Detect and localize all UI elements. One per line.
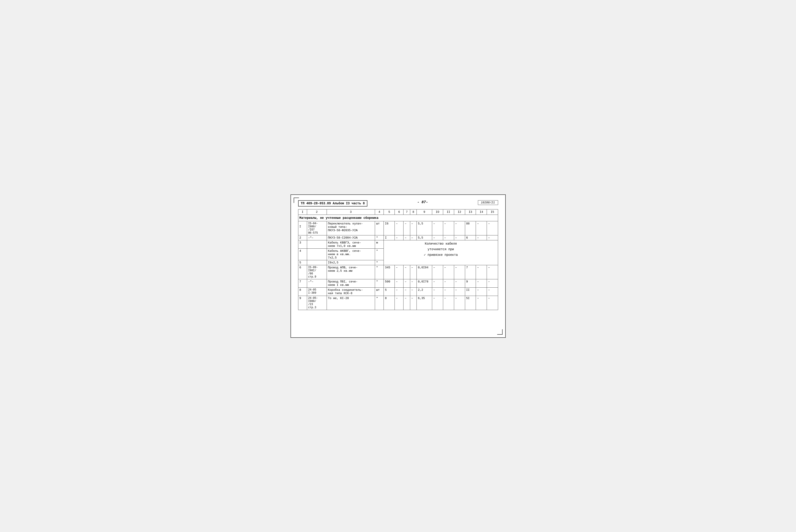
row-col14: –: [476, 235, 487, 240]
row-col14: –: [476, 287, 487, 296]
note-cell: Количество кабеля уточняется при ✓ привя…: [384, 240, 498, 265]
row-col11: –: [443, 221, 454, 235]
col-header-4: 4: [375, 209, 384, 214]
row-col11: –: [443, 279, 454, 287]
row-col12: –: [454, 296, 465, 310]
row-col10: –: [432, 265, 443, 279]
row-desc: То же, КС-20: [327, 296, 375, 310]
row-col10: –: [432, 296, 443, 310]
row-num: 9: [298, 296, 307, 310]
row-ref: I5-09-I98I//86стр.9: [307, 265, 327, 279]
row-col6: –: [395, 279, 404, 287]
row-col7: –: [404, 265, 410, 279]
row-unit: ": [375, 265, 384, 279]
row-ref: –"–: [307, 235, 327, 240]
row-col13: 5I: [465, 296, 476, 310]
row-col10: –: [432, 235, 443, 240]
col-header-3: 3: [327, 209, 375, 214]
row-col6: –: [395, 296, 404, 310]
row-col11: –: [443, 296, 454, 310]
row-col10: –: [432, 279, 443, 287]
row-col15: –: [487, 279, 498, 287]
row-col8: –: [410, 287, 416, 296]
row-ref: I5-04-I980//IO706-575: [307, 221, 327, 235]
row-col13: 7: [465, 265, 476, 279]
row-col12: –: [454, 265, 465, 279]
row-unit: м: [375, 240, 384, 248]
row-desc: Коробка соединитель-ная типа КСК-8: [327, 287, 375, 296]
table-row: 9 24-05-I980//23стр.3 То же, КС-20 " 8 –…: [298, 296, 498, 310]
row-col14: –: [476, 296, 487, 310]
table-row: 6 I5-09-I98I//86стр.9 Провод АПВ, сече-н…: [298, 265, 498, 279]
col-header-6: 6: [395, 209, 404, 214]
row-num: 3: [298, 240, 307, 248]
empty-row: [298, 310, 498, 323]
row-col14: –: [476, 279, 487, 287]
column-headers: I 2 3 4 5 6 7 8 9 IO II I2 I3 I4 I5: [298, 209, 498, 214]
row-col12: –: [454, 287, 465, 296]
row-col8: –: [410, 279, 416, 287]
row-col5: I: [384, 235, 395, 240]
row-col6: –: [395, 287, 404, 296]
table-row: 8 24-05I-389 Коробка соединитель-ная тип…: [298, 287, 498, 296]
row-col9: 5,5: [417, 221, 432, 235]
row-num: 4: [298, 248, 307, 260]
row-num: 2: [298, 235, 307, 240]
row-col11: –: [443, 265, 454, 279]
row-unit: ": [375, 296, 384, 310]
col-header-5: 5: [384, 209, 395, 214]
row-ref: [307, 248, 327, 260]
section-title: Материалы, не учтенные расценками сборни…: [298, 214, 498, 221]
row-desc: Переключатель кулач-ковый типа:ПКУЗ-58-Ф…: [327, 221, 375, 235]
row-col5: 5: [384, 287, 395, 296]
row-unit: шт: [375, 221, 384, 235]
row-col12: –: [454, 235, 465, 240]
col-header-1: I: [298, 209, 307, 214]
row-col6: –: [395, 235, 404, 240]
row-col5: 500: [384, 279, 395, 287]
col-header-2: 2: [307, 209, 327, 214]
row-col15: –: [487, 235, 498, 240]
row-col13: 9: [465, 279, 476, 287]
row-col8: –: [410, 296, 416, 310]
row-col5: 8: [384, 296, 395, 310]
row-col7: –: [404, 287, 410, 296]
row-col7: –: [404, 221, 410, 235]
col-header-9: 9: [417, 209, 432, 214]
row-col15: –: [487, 287, 498, 296]
row-desc: I9х2,5: [327, 260, 375, 265]
row-col9: 2,2: [417, 287, 432, 296]
row-desc: Провод АПВ, сече-нием 2,5 кв.мм: [327, 265, 375, 279]
row-desc: ПКУЗ-58-С2004-У2А: [327, 235, 375, 240]
col-header-11: II: [443, 209, 454, 214]
col-header-7: 7: [404, 209, 410, 214]
row-ref: [307, 260, 327, 265]
table-row: 2 –"– ПКУЗ-58-С2004-У2А " I – – – 5,5 – …: [298, 235, 498, 240]
page: ТП 409-28-053.89 Альбом I3 часть 8 - 87-…: [291, 194, 506, 338]
row-num: 6: [298, 265, 307, 279]
row-col7: –: [404, 279, 410, 287]
row-num: 8: [298, 287, 307, 296]
row-num: 5: [298, 260, 307, 265]
row-unit: ": [375, 279, 384, 287]
row-num: I: [298, 221, 307, 235]
main-table: I 2 3 4 5 6 7 8 9 IO II I2 I3 I4 I5 Мате…: [298, 209, 498, 323]
row-col14: –: [476, 265, 487, 279]
row-ref: 24-05-I980//23стр.3: [307, 296, 327, 310]
row-col6: –: [395, 221, 404, 235]
col-header-13: I3: [465, 209, 476, 214]
row-unit: ": [375, 260, 384, 265]
row-col10: –: [432, 287, 443, 296]
row-col9: 6,35: [417, 296, 432, 310]
row-ref: 24-05I-389: [307, 287, 327, 296]
table-row: 3 Кабель КВВГЭ, сече-нием 7х1,0 кв.мм м …: [298, 240, 498, 248]
row-col7: –: [404, 296, 410, 310]
row-col11: –: [443, 235, 454, 240]
row-col13: 6: [465, 235, 476, 240]
row-col14: –: [476, 221, 487, 235]
row-col15: –: [487, 265, 498, 279]
document-title: ТП 409-28-053.89 Альбом I3 часть 8: [298, 200, 368, 207]
row-col12: –: [454, 221, 465, 235]
page-header: ТП 409-28-053.89 Альбом I3 часть 8 - 87-…: [298, 200, 498, 207]
table-row: 7 –"– Провод ПВI, сече-нием I кв.мм " 50…: [298, 279, 498, 287]
